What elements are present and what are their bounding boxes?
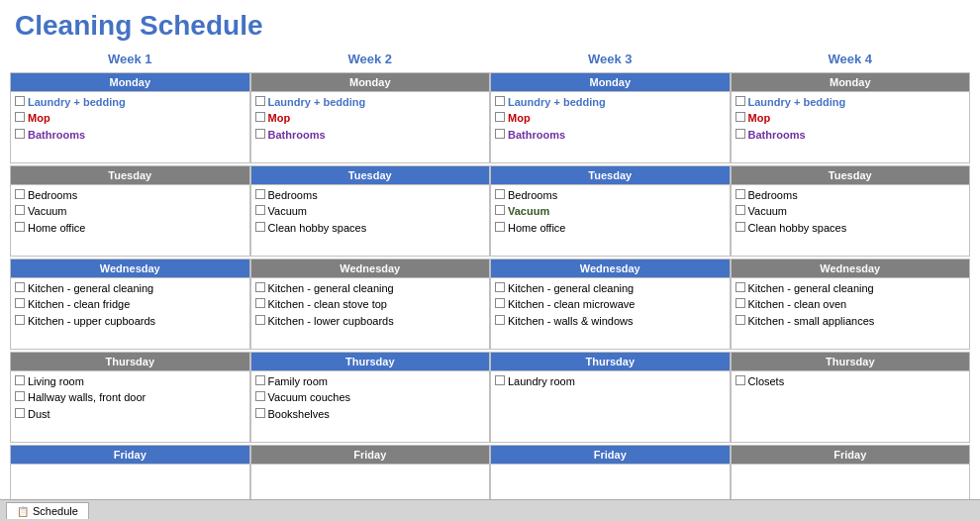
task-text: Clean hobby spaces [268,221,367,236]
task-row: Kitchen - clean microwave [495,297,726,312]
task-text: Kitchen - general cleaning [268,281,394,296]
task-checkbox[interactable] [15,391,25,401]
task-text: Bathrooms [508,128,565,143]
task-checkbox[interactable] [495,189,505,199]
task-text: Kitchen - clean fridge [28,297,130,312]
day-tasks-w3-d1: Laundry + beddingMopBathrooms [490,92,731,163]
task-row: Vacuum couches [255,390,486,405]
task-checkbox[interactable] [15,375,25,385]
day-header-w1-d2: Tuesday [10,165,250,185]
day-tasks-w4-d1: Laundry + beddingMopBathrooms [731,92,971,163]
task-row: Laundry + bedding [735,95,966,110]
task-checkbox[interactable] [255,408,265,418]
day-tasks-w2-d1: Laundry + beddingMopBathrooms [250,92,491,163]
week-header-2: Week 2 [250,48,491,72]
task-checkbox[interactable] [255,282,265,292]
task-row: Vacuum [735,204,966,219]
task-checkbox[interactable] [255,315,265,325]
task-checkbox[interactable] [15,315,25,325]
task-checkbox[interactable] [495,222,505,232]
day-header-w2-d1: Monday [250,72,491,92]
task-checkbox[interactable] [255,391,265,401]
task-checkbox[interactable] [735,282,745,292]
task-checkbox[interactable] [735,298,745,308]
task-text: Mop [508,111,531,126]
task-checkbox[interactable] [735,189,745,199]
task-text: Bathrooms [268,128,326,143]
task-checkbox[interactable] [495,282,505,292]
day-tasks-w3-d3: Kitchen - general cleaningKitchen - clea… [490,278,731,350]
day-header-w4-d3: Wednesday [731,259,971,278]
task-text: Laundry room [508,374,575,389]
title-area: Cleaning Schedule [0,0,980,48]
task-text: Bedrooms [508,188,557,203]
task-row: Mop [255,111,486,126]
task-checkbox[interactable] [735,96,745,106]
task-text: Laundry + bedding [748,95,846,110]
day-header-w4-d4: Thursday [731,352,971,371]
task-checkbox[interactable] [735,375,745,385]
task-checkbox[interactable] [255,222,265,232]
task-checkbox[interactable] [495,375,505,385]
task-checkbox[interactable] [255,375,265,385]
tab-label: Schedule [33,505,78,517]
task-checkbox[interactable] [255,189,265,199]
task-checkbox[interactable] [15,129,25,139]
task-row: Family room [255,374,486,389]
task-text: Kitchen - clean stove top [268,297,387,312]
task-text: Kitchen - general cleaning [748,281,874,296]
task-text: Laundry + bedding [28,95,126,110]
day-block-w2-d4: ThursdayFamily roomVacuum couchesBookshe… [250,352,491,443]
day-tasks-w2-d2: BedroomsVacuumClean hobby spaces [250,185,491,257]
task-row: Vacuum [15,204,245,219]
task-checkbox[interactable] [735,222,745,232]
task-checkbox[interactable] [735,112,745,122]
day-header-w2-d4: Thursday [250,352,491,371]
task-row: Bedrooms [735,188,966,203]
task-checkbox[interactable] [15,205,25,215]
task-text: Family room [268,374,329,389]
task-checkbox[interactable] [255,129,265,139]
day-block-w2-d1: MondayLaundry + beddingMopBathrooms [250,72,491,163]
tab-schedule[interactable]: 📋 Schedule [6,502,89,519]
task-checkbox[interactable] [495,298,505,308]
day-tasks-w1-d1: Laundry + beddingMopBathrooms [10,92,250,163]
page-container: Cleaning Schedule Week 1MondayLaundry + … [0,0,980,521]
week-header-1: Week 1 [10,48,250,72]
task-checkbox[interactable] [255,298,265,308]
task-checkbox[interactable] [495,96,505,106]
task-row: Home office [15,221,245,236]
task-checkbox[interactable] [15,408,25,418]
task-checkbox[interactable] [15,96,25,106]
day-block-w3-d2: TuesdayBedroomsVacuumHome office [490,165,731,257]
task-checkbox[interactable] [735,205,745,215]
task-checkbox[interactable] [735,129,745,139]
task-text: Home office [28,221,86,236]
day-header-w2-d5: Friday [250,445,491,465]
task-checkbox[interactable] [15,189,25,199]
task-checkbox[interactable] [735,315,745,325]
tab-sheet-icon: 📋 [17,506,29,517]
task-checkbox[interactable] [495,112,505,122]
task-checkbox[interactable] [15,282,25,292]
task-checkbox[interactable] [495,129,505,139]
task-row: Kitchen - clean stove top [255,297,486,312]
task-checkbox[interactable] [15,112,25,122]
task-row: Kitchen - general cleaning [495,281,726,296]
week-column-1: Week 1MondayLaundry + beddingMopBathroom… [10,48,250,521]
task-text: Mop [748,111,771,126]
task-checkbox[interactable] [495,205,505,215]
week-header-3: Week 3 [490,48,731,72]
task-text: Mop [28,111,50,126]
task-checkbox[interactable] [15,222,25,232]
task-checkbox[interactable] [255,205,265,215]
task-row: Bookshelves [255,407,486,422]
task-row: Kitchen - upper cupboards [15,314,245,329]
task-checkbox[interactable] [495,315,505,325]
task-checkbox[interactable] [255,112,265,122]
task-checkbox[interactable] [255,96,265,106]
task-row: Laundry + bedding [495,95,726,110]
task-text: Kitchen - clean oven [748,297,847,312]
day-header-w4-d2: Tuesday [731,165,971,185]
task-checkbox[interactable] [15,298,25,308]
